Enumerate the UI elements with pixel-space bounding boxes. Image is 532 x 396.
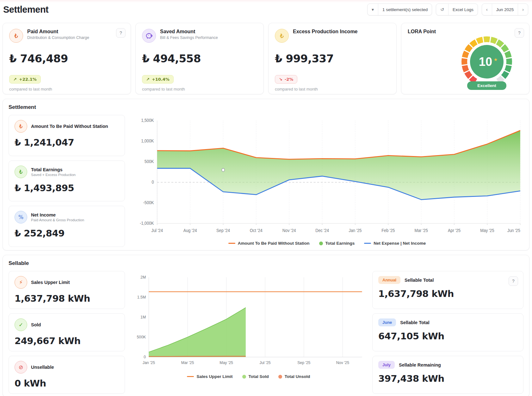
stat-value: ₺ 1,241,047	[15, 137, 119, 148]
svg-text:Nov '25: Nov '25	[336, 361, 349, 365]
sellable-legend: Sales Upper Limit Total Sold Total Unsol…	[131, 372, 367, 380]
legend-label: Total Earnings	[325, 241, 355, 246]
stat-value: 1,637,798 kWh	[378, 288, 517, 299]
sold-card: ✓ Sold 249,667 kWh	[9, 313, 125, 351]
period-label[interactable]: Jun 2025	[492, 4, 518, 15]
legend-item-net-expense-income[interactable]: Net Expense | Net Income	[364, 241, 426, 246]
legend-item-total-earnings[interactable]: Total Earnings	[319, 241, 355, 246]
svg-text:Nov '24: Nov '24	[282, 228, 296, 233]
help-button[interactable]: ?	[509, 276, 518, 286]
lora-point-card: LORA Point ? 10★Excellent	[401, 23, 529, 94]
badge-value: -2%	[285, 77, 293, 82]
legend-item-amount-to-be-paid[interactable]: Amount To Be Paid Without Station	[228, 241, 310, 246]
lora-gauge: 10★Excellent	[453, 34, 520, 94]
svg-text:Sep '24: Sep '24	[216, 228, 230, 233]
svg-text:500K: 500K	[137, 335, 146, 339]
stat-value: ₺ 1,493,895	[15, 183, 119, 193]
net-income-icon: %	[15, 211, 27, 223]
sellable-section-title: Sellable	[9, 260, 523, 267]
sales-upper-limit-card: ⚡ Sales Upper Limit 1,637,798 kWh	[9, 271, 125, 309]
blue-line-swatch	[364, 243, 371, 244]
svg-text:Sep '25: Sep '25	[297, 361, 310, 365]
kpi-subtitle: Distribution & Consumption Charge	[27, 35, 89, 40]
trend-badge: ↗ +22.1%	[9, 75, 41, 84]
settlement-panel: Settlement ₺ Amount To Be Paid Without S…	[3, 99, 529, 250]
trend-down-icon: ↘	[279, 77, 282, 82]
prev-month-button[interactable]: ‹	[482, 4, 492, 15]
limit-bolt-icon: ⚡	[15, 276, 27, 289]
salmon-dot-swatch	[278, 375, 282, 379]
kpi-title: LORA Point	[408, 29, 436, 35]
saved-amount-card: Saved Amount Bill & Fees Savings Perform…	[135, 23, 264, 94]
stat-subtitle: Saved + Excess Production	[31, 173, 76, 177]
sellable-chart: 2M1.5M1M500K0Jan '25Mar '25May '25Jul '2…	[131, 271, 367, 372]
settlement-legend: Amount To Be Paid Without Station Total …	[131, 238, 523, 247]
legend-item-total-sold[interactable]: Total Sold	[242, 374, 269, 379]
help-button[interactable]: ?	[116, 28, 126, 38]
kpi-row: ₺ Paid Amount Distribution & Consumption…	[0, 19, 532, 99]
orange-line-swatch	[187, 376, 194, 377]
green-dot-swatch	[319, 242, 323, 245]
stat-value: 0 kWh	[15, 378, 119, 389]
svg-text:1,500K: 1,500K	[141, 118, 154, 123]
legend-item-sales-upper-limit[interactable]: Sales Upper Limit	[187, 374, 232, 379]
legend-label: Sales Upper Limit	[196, 374, 232, 379]
kpi-caption: compared to last month	[9, 87, 124, 91]
wallet-icon: ₺	[15, 120, 27, 133]
svg-text:Jul '25: Jul '25	[260, 361, 271, 365]
settlement-chart: 1,500K1,000K500K0-500K-1,000KJul '24Aug …	[131, 115, 523, 238]
unsellable-card: ⊘ Unsellable 0 kWh	[9, 356, 125, 394]
net-income-card: % Net Income Paid Amount & Gross Product…	[9, 206, 125, 247]
trend-up-icon: ↗	[146, 77, 150, 82]
svg-text:Jul '24: Jul '24	[152, 228, 163, 233]
station-selector[interactable]: ▾ 1 settlement(s) selected	[367, 3, 432, 16]
svg-text:Mar '25: Mar '25	[415, 228, 428, 233]
sellable-panel: Sellable ⚡ Sales Upper Limit 1,637,798 k…	[3, 255, 529, 396]
stat-value: ₺ 252,849	[15, 228, 119, 239]
kpi-value: ₺ 494,558	[142, 52, 257, 65]
sellable-total-june-card: June Sellable Total 647,105 kWh	[372, 313, 523, 351]
stat-title: Sellable Total	[400, 320, 429, 325]
svg-text:Apr '25: Apr '25	[448, 228, 461, 233]
stat-title: Total Earnings	[31, 167, 76, 172]
green-dot-swatch	[242, 375, 246, 379]
blocked-icon: ⊘	[15, 361, 27, 374]
orange-line-swatch	[228, 243, 235, 244]
next-month-button[interactable]: ›	[518, 4, 528, 15]
stat-title: Amount To Be Paid Without Station	[31, 124, 108, 129]
svg-text:0: 0	[144, 355, 146, 359]
sellable-remaining-july-card: July Sellable Remaining 397,438 kWh	[372, 356, 523, 394]
svg-text:1,000K: 1,000K	[141, 139, 154, 144]
svg-text:Jun '25: Jun '25	[507, 228, 520, 233]
trend-badge: ↗ +10.4%	[142, 75, 174, 84]
kpi-title: Saved Amount	[160, 29, 218, 35]
stat-title: Sold	[31, 322, 41, 327]
kpi-value: ₺ 999,337	[275, 52, 390, 65]
svg-text:2M: 2M	[140, 275, 146, 280]
svg-text:Aug '24: Aug '24	[183, 228, 197, 233]
legend-item-total-unsold[interactable]: Total Unsold	[278, 374, 310, 379]
station-selector-label[interactable]: 1 settlement(s) selected	[378, 4, 432, 15]
history-icon[interactable]: ↺	[436, 4, 448, 15]
chevron-down-icon[interactable]: ▾	[368, 4, 378, 15]
excel-logs-label[interactable]: Excel Logs	[448, 4, 478, 15]
legend-label: Total Sold	[249, 374, 269, 379]
settlement-chart-area: 1,500K1,000K500K0-500K-1,000KJul '24Aug …	[131, 115, 523, 247]
coin-icon: ₺	[275, 29, 289, 43]
sellable-chart-area: 2M1.5M1M500K0Jan '25Mar '25May '25Jul '2…	[131, 271, 367, 394]
svg-text:0: 0	[152, 180, 154, 185]
svg-text:-1,000K: -1,000K	[140, 221, 154, 226]
sold-check-icon: ✓	[15, 318, 27, 331]
legend-label: Amount To Be Paid Without Station	[238, 241, 310, 246]
svg-text:500K: 500K	[145, 159, 154, 164]
svg-text:Mar '25: Mar '25	[181, 361, 194, 365]
excel-logs-button[interactable]: ↺ Excel Logs	[436, 3, 478, 16]
period-navigator: ‹ Jun 2025 ›	[482, 3, 528, 16]
piggy-bank-icon	[142, 29, 156, 43]
svg-text:May '25: May '25	[480, 228, 494, 233]
stat-title: Sellable Total	[405, 278, 434, 283]
settlement-stats: ₺ Amount To Be Paid Without Station ₺ 1,…	[9, 115, 125, 247]
svg-text:May '25: May '25	[220, 361, 233, 365]
legend-label: Net Expense | Net Income	[374, 241, 426, 246]
settlement-dashboard: Settlement ▾ 1 settlement(s) selected ↺ …	[0, 0, 532, 396]
